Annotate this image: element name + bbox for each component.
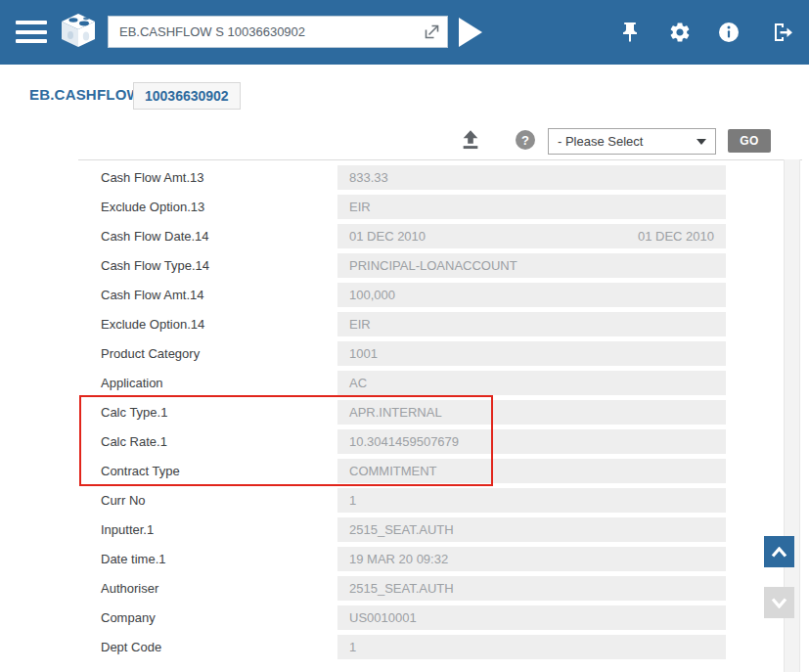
field-row: Date time.119 MAR 20 09:32: [101, 547, 802, 571]
menu-icon[interactable]: [16, 21, 47, 44]
field-value: US0010001: [337, 605, 726, 630]
field-value-text: 01 DEC 2010: [349, 229, 426, 244]
chevron-down-icon: [771, 598, 787, 608]
field-value: PRINCIPAL-LOANACCOUNT: [337, 253, 726, 278]
chevron-down-icon: [697, 139, 706, 145]
field-row: Product Category1001: [101, 341, 802, 366]
field-label: Exclude Option.14: [101, 317, 337, 332]
field-value: 2515_SEAT.AUTH: [337, 517, 726, 542]
command-line-input[interactable]: [108, 16, 448, 48]
field-row: Dept Code1: [101, 635, 802, 659]
field-value: 1001: [337, 341, 726, 366]
field-value-text: 1: [349, 493, 356, 508]
help-icon: ?: [515, 129, 536, 151]
field-value: 19 MAR 20 09:32: [337, 547, 726, 571]
field-label: Cash Flow Date.14: [101, 229, 337, 244]
field-value-text: 1001: [349, 346, 378, 361]
upload-button[interactable]: [460, 129, 481, 151]
scroll-down-button[interactable]: [764, 587, 794, 618]
field-label: Authoriser: [101, 581, 337, 596]
chevron-up-icon: [771, 547, 787, 558]
field-value-text: 2515_SEAT.AUTH: [349, 581, 454, 596]
field-row: Inputter.12515_SEAT.AUTH: [101, 517, 802, 542]
field-row: Exclude Option.13EIR: [101, 195, 802, 219]
version-select-value: - Please Select: [558, 134, 697, 149]
breadcrumb-record-id: 10036630902: [133, 82, 241, 110]
info-icon[interactable]: [717, 21, 741, 44]
play-icon: [458, 17, 483, 48]
field-label: Cash Flow Type.14: [101, 258, 337, 273]
field-value-text: EIR: [349, 200, 371, 214]
top-bar: [0, 0, 809, 65]
field-label: Cash Flow Amt.14: [101, 288, 337, 302]
field-row: Cash Flow Date.1401 DEC 201001 DEC 2010: [101, 224, 802, 248]
help-button[interactable]: ?: [515, 129, 536, 151]
breadcrumb-app-name: EB.CASHFLOW: [29, 86, 141, 103]
gear-icon[interactable]: [668, 21, 692, 44]
sign-out-icon[interactable]: [771, 21, 794, 44]
field-value: AC: [337, 371, 726, 395]
app-window: EB.CASHFLOW 10036630902 ? - Please Selec…: [0, 0, 809, 672]
record-highlight-box: [79, 395, 493, 486]
field-row: Cash Flow Amt.14100,000: [101, 283, 802, 307]
version-select-dropdown[interactable]: - Please Select: [548, 128, 716, 155]
field-value-text: 833.33: [349, 170, 388, 185]
field-value: 01 DEC 201001 DEC 2010: [337, 224, 726, 248]
field-value-text: AC: [349, 376, 367, 390]
globe-cube-logo-icon: [59, 12, 98, 53]
scroll-to-top-button[interactable]: [764, 536, 794, 567]
field-label: Curr No: [101, 493, 337, 508]
field-row: CompanyUS0010001: [101, 605, 802, 630]
field-label: Inputter.1: [101, 522, 337, 537]
field-row: Cash Flow Type.14PRINCIPAL-LOANACCOUNT: [101, 253, 802, 278]
run-command-button[interactable]: [458, 17, 483, 48]
field-label: Dept Code: [101, 640, 337, 654]
field-value-text: 19 MAR 20 09:32: [349, 552, 448, 566]
field-value-text: PRINCIPAL-LOANACCOUNT: [349, 258, 517, 273]
field-label: Product Category: [101, 346, 337, 361]
pushpin-icon[interactable]: [618, 21, 642, 44]
field-label: Exclude Option.13: [101, 200, 337, 214]
field-value: 833.33: [337, 165, 726, 190]
field-value: 1: [337, 488, 726, 513]
svg-text:?: ?: [521, 133, 529, 148]
field-value-text: US0010001: [349, 610, 417, 625]
field-value-secondary: 01 DEC 2010: [638, 229, 714, 244]
field-value-text: 2515_SEAT.AUTH: [349, 522, 454, 537]
field-label: Cash Flow Amt.13: [101, 170, 337, 185]
field-label: Date time.1: [101, 552, 337, 566]
field-value: 2515_SEAT.AUTH: [337, 576, 726, 601]
field-value-text: EIR: [349, 317, 371, 332]
field-value: EIR: [337, 195, 726, 219]
field-value: EIR: [337, 312, 726, 336]
field-value-text: 1: [349, 640, 356, 654]
open-expand-arrow-icon[interactable]: [423, 22, 441, 41]
field-label: Application: [101, 376, 337, 390]
go-button[interactable]: GO: [728, 129, 771, 153]
field-label: Company: [101, 610, 337, 625]
field-row: Exclude Option.14EIR: [101, 312, 802, 336]
field-value-text: 100,000: [349, 288, 395, 302]
field-value: 100,000: [337, 283, 726, 307]
upload-icon: [460, 129, 481, 151]
field-row: Authoriser2515_SEAT.AUTH: [101, 576, 802, 601]
command-line-wrap: [108, 16, 448, 48]
field-row: Cash Flow Amt.13833.33: [101, 165, 802, 190]
field-value: 1: [337, 635, 726, 659]
field-row: Curr No1: [101, 488, 802, 513]
field-row: ApplicationAC: [101, 371, 802, 395]
